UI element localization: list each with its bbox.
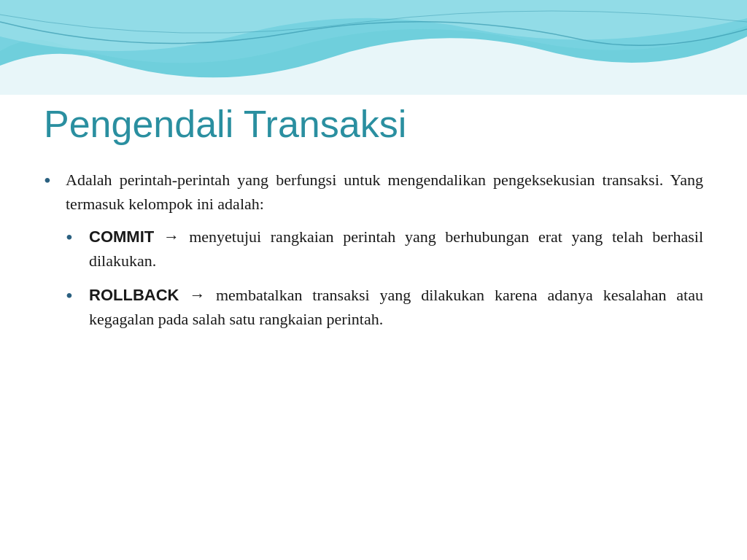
intro-bullet-item: Adalah perintah-perintah yang berfungsi … [44, 168, 703, 331]
sub-bullet-list: COMMIT → menyetujui rangkaian perintah y… [66, 225, 703, 331]
commit-bullet-item: COMMIT → menyetujui rangkaian perintah y… [66, 225, 703, 273]
rollback-bullet-item: ROLLBACK → membatalkan transaksi yang di… [66, 283, 703, 331]
slide-title: Pengendali Transaksi [44, 102, 703, 146]
top-wave-decoration [0, 0, 747, 95]
commit-arrow: → [163, 228, 189, 246]
rollback-arrow: → [189, 286, 216, 304]
rollback-keyword: ROLLBACK [89, 286, 179, 304]
rollback-description: membatalkan transaksi yang dilakukan kar… [89, 286, 703, 328]
intro-bullet-text: Adalah perintah-perintah yang berfungsi … [66, 171, 703, 213]
main-bullet-list: Adalah perintah-perintah yang berfungsi … [44, 168, 703, 331]
slide: Pengendali Transaksi Adalah perintah-per… [0, 0, 747, 560]
slide-content: Pengendali Transaksi Adalah perintah-per… [44, 95, 703, 545]
commit-keyword: COMMIT [89, 228, 154, 246]
